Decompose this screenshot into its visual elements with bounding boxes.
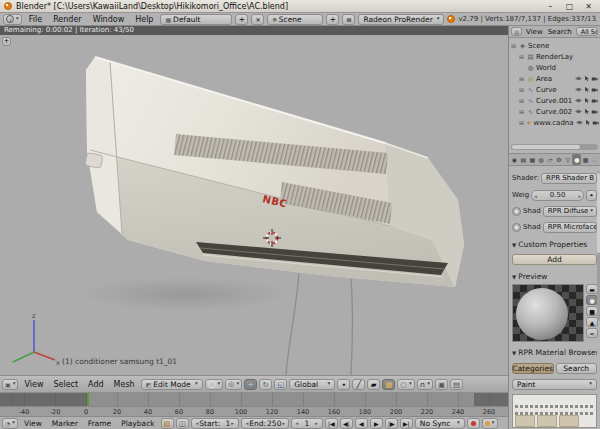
category-selector[interactable]: Paint ▾ [512,379,597,390]
select-mode-edge-button[interactable]: ╱ [352,379,365,390]
tab-render-layers[interactable]: ▤ [519,154,528,165]
scene-selector[interactable]: ● Scene [267,14,323,25]
frame-end-field[interactable]: ◂ End: 250 ▸ [241,418,289,429]
tab-scene[interactable]: ▦ [528,154,537,165]
selectability-toggle-icon[interactable] [583,75,590,82]
outliner-menu-search[interactable]: Search [547,28,573,36]
manipulator-scale-button[interactable]: ◱ [274,379,287,390]
visibility-toggle-icon[interactable] [575,97,582,104]
menu-file[interactable]: File [25,15,46,24]
add-scene-button[interactable]: + [326,14,339,25]
manipulator-rotate-button[interactable]: ↻ [259,379,272,390]
outliner-item-area-lamp[interactable]: ⊞ ◎ Area [509,73,600,84]
add-layout-button[interactable]: + [235,14,248,25]
custom-properties-panel-header[interactable]: ▼Custom Properties [512,240,597,249]
opengl-render-button[interactable]: ▣ [435,379,448,390]
tab-render[interactable]: ◉ [510,154,519,165]
next-keyframe-button[interactable]: |▶ [385,418,398,429]
limit-selection-visible-button[interactable]: ▦ [382,379,395,390]
outliner-horizontal-scrollbar[interactable] [511,144,598,150]
snap-button[interactable]: ∩ ▾ [417,379,433,390]
play-button[interactable]: ▶ [370,418,383,429]
shader2-selector[interactable]: RPR Microfacet [543,222,597,233]
lock-time-button[interactable]: ◫ [176,418,189,429]
timeline-editor-type-button[interactable]: ◔ ▾ [2,418,18,429]
add-custom-property-button[interactable]: Add [512,254,597,265]
tl-menu-marker[interactable]: Marker [48,419,82,428]
weight-texture-button[interactable]: • [586,190,597,201]
vp-menu-select[interactable]: Select [49,380,82,389]
jump-to-end-button[interactable]: ▶| [400,418,413,429]
current-frame-indicator[interactable] [87,393,89,406]
pivot-point-selector[interactable]: ◎ ▾ [225,379,242,390]
select-mode-face-button[interactable]: ▰ [367,379,380,390]
viewport-shading-selector[interactable]: ◯ ▾ [205,379,224,390]
outliner-editor-type-button[interactable]: ▤ [511,27,522,36]
menu-window[interactable]: Window [89,15,129,24]
viewport-3d[interactable]: NBC Remaining: 0:00:02 | Iteration: 43/5… [0,26,508,375]
renderability-toggle-icon[interactable] [591,86,598,93]
tab-texture[interactable]: ▩ [581,154,590,165]
material-library-list[interactable] [512,394,597,428]
material-thumbnail[interactable] [559,415,579,427]
select-mode-vertex-button[interactable]: ∙ [337,379,350,390]
delete-scene-button[interactable]: ⊠ [342,14,355,25]
mode-selector[interactable]: ◩ Edit Mode ▾ [141,379,203,390]
shader-selector[interactable]: RPR Shader B [541,173,597,184]
vp-menu-add[interactable]: Add [84,380,108,389]
viewport-editor-type-button[interactable]: ▣ ▾ [2,379,18,390]
visibility-toggle-icon[interactable] [575,86,582,93]
timeline-canvas[interactable] [0,393,508,406]
tab-object-data[interactable]: ▽ [563,154,572,165]
record-autokey-button[interactable] [467,418,480,429]
manipulator-translate-button[interactable]: + [244,379,257,390]
preview-hair-button[interactable]: ≈ [586,328,598,338]
vp-menu-mesh[interactable]: Mesh [110,380,139,389]
screen-layout-selector[interactable]: ▦ Default [160,14,232,25]
categories-tab[interactable]: Categories [512,363,554,374]
outliner-item-www-cadna[interactable]: ⊞ + www.cadna [509,117,600,128]
outliner-menu-view[interactable]: View [525,28,544,36]
renderability-toggle-icon[interactable] [592,119,599,126]
keying-set-button[interactable]: ▾ [482,418,498,429]
material-browser-panel-header[interactable]: ▼RPR Material Browser [512,348,597,357]
expand-toolshelf-button[interactable]: + [2,37,11,46]
outliner-item-scene[interactable]: ⊞ ◈ Scene [509,40,600,51]
ac-unit[interactable]: NBC [85,57,464,375]
tab-particles[interactable]: ∴ [590,154,599,165]
transform-orientation-selector[interactable]: Global ▾ [289,379,335,390]
prev-keyframe-button[interactable]: ◀| [340,418,353,429]
frame-start-field[interactable]: ◂ Start: 1 ▸ [191,418,239,429]
visibility-toggle-icon[interactable] [575,108,582,115]
outliner-item-renderlayers[interactable]: ⊞ ▤ RenderLay [509,51,600,62]
delete-layout-button[interactable]: ✕ [251,14,264,25]
preview-panel-header[interactable]: ▼Preview [512,272,597,281]
selectability-toggle-icon[interactable] [583,108,590,115]
node-socket-icon[interactable] [512,207,521,216]
tab-material[interactable]: ● [572,154,581,165]
proportional-edit-button[interactable]: ◌ ▾ [397,379,414,390]
outliner-item-curve-002[interactable]: ⊞ ∿ Curve.002 [509,106,600,117]
tl-menu-frame[interactable]: Frame [84,419,115,428]
jump-to-start-button[interactable]: |◀ [325,418,338,429]
outliner-display-mode-selector[interactable]: All Sc [576,27,598,36]
material-thumbnail[interactable] [515,415,535,427]
renderability-toggle-icon[interactable] [591,75,598,82]
node-socket-icon[interactable] [512,223,521,232]
timeline-ruler[interactable]: -40 -20 0 20 40 60 80 100 120 140 160 18… [0,406,508,416]
search-tab[interactable]: Search [556,363,598,374]
maximize-button[interactable]: □ [562,2,577,11]
info-editor-type-button[interactable]: i ▾ [3,14,22,25]
play-reverse-button[interactable]: ◀ [355,418,368,429]
close-button[interactable]: ✕ [581,2,596,11]
opengl-render-anim-button[interactable]: ▤ [450,379,463,390]
tab-world[interactable]: ◍ [537,154,546,165]
sync-mode-selector[interactable]: No Sync ▾ [415,418,465,429]
outliner-item-world[interactable]: ◍ World [509,62,600,73]
selectability-toggle-icon[interactable] [583,86,590,93]
tl-menu-view[interactable]: View [20,419,46,428]
tab-modifiers[interactable]: ⚙ [555,154,564,165]
weight-slider[interactable]: ◂ 0.50 ▸ [531,190,584,201]
selectability-toggle-icon[interactable] [584,119,591,126]
tl-menu-playback[interactable]: Playback [117,419,158,428]
